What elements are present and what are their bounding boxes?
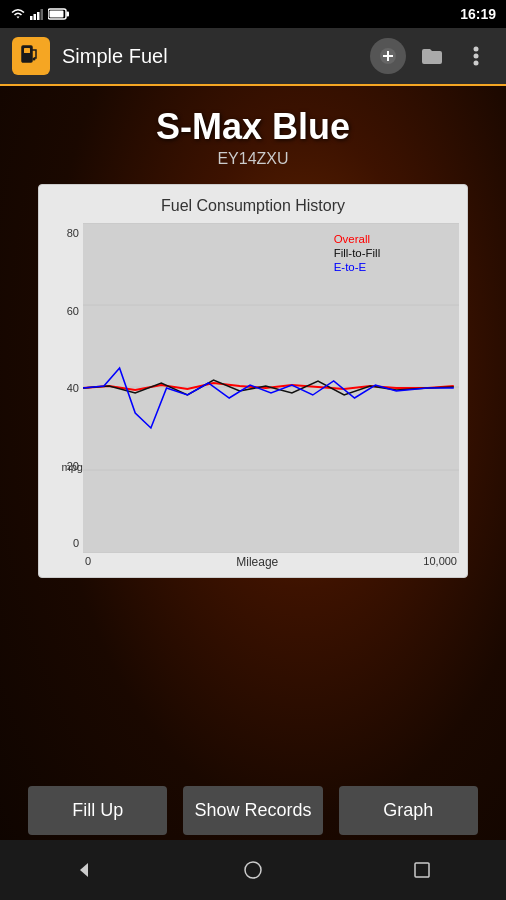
app-title: Simple Fuel xyxy=(62,45,370,68)
x-label-mileage: Mileage xyxy=(236,555,278,569)
y-label-40: 40 xyxy=(47,382,83,394)
menu-button[interactable] xyxy=(458,38,494,74)
svg-point-15 xyxy=(474,61,479,66)
svg-point-9 xyxy=(33,58,36,61)
svg-rect-5 xyxy=(67,12,70,17)
svg-rect-3 xyxy=(41,9,44,20)
more-vert-icon xyxy=(473,46,479,66)
main-content: S-Max Blue EY14ZXU Fuel Consumption Hist… xyxy=(0,86,506,578)
top-bar-actions xyxy=(370,38,494,74)
y-label-0: 0 xyxy=(47,537,83,549)
status-time: 16:19 xyxy=(460,6,496,22)
svg-rect-2 xyxy=(37,12,40,20)
app-icon xyxy=(12,37,50,75)
recent-button[interactable] xyxy=(402,850,442,890)
svg-point-13 xyxy=(474,47,479,52)
folder-icon xyxy=(421,47,443,65)
recent-icon xyxy=(413,861,431,879)
chart-title: Fuel Consumption History xyxy=(47,197,459,215)
svg-rect-23 xyxy=(415,863,429,877)
top-bar: Simple Fuel xyxy=(0,28,506,86)
e-to-e-line xyxy=(83,368,454,428)
y-unit: mpg xyxy=(47,461,83,473)
status-bar: 16:19 xyxy=(0,0,506,28)
chart-svg: Overall Fill-to-Fill E-to-E xyxy=(83,223,459,553)
chart-container: Fuel Consumption History 80 60 40 20 0 xyxy=(38,184,468,578)
home-icon xyxy=(243,860,263,880)
home-button[interactable] xyxy=(233,850,273,890)
status-icons xyxy=(10,8,70,20)
svg-point-22 xyxy=(245,862,261,878)
legend-ftf: Fill-to-Fill xyxy=(334,247,381,259)
legend-ete: E-to-E xyxy=(334,261,367,273)
battery-icon xyxy=(48,8,70,20)
legend-overall: Overall xyxy=(334,233,370,245)
back-button[interactable] xyxy=(64,850,104,890)
back-icon xyxy=(74,860,94,880)
svg-rect-8 xyxy=(24,48,30,53)
svg-point-14 xyxy=(474,54,479,59)
y-label-80: 80 xyxy=(47,227,83,239)
graph-button[interactable]: Graph xyxy=(339,786,478,835)
x-label-0: 0 xyxy=(85,555,91,569)
svg-rect-6 xyxy=(50,11,64,18)
vehicle-name: S-Max Blue xyxy=(156,106,350,148)
vehicle-id: EY14ZXU xyxy=(217,150,288,168)
fill-up-button[interactable]: Fill Up xyxy=(28,786,167,835)
add-button[interactable] xyxy=(370,38,406,74)
svg-marker-21 xyxy=(80,863,88,877)
bottom-buttons: Fill Up Show Records Graph xyxy=(0,786,506,835)
svg-rect-1 xyxy=(34,14,37,20)
y-label-60: 60 xyxy=(47,305,83,317)
nav-bar xyxy=(0,840,506,900)
svg-rect-0 xyxy=(30,16,33,20)
folder-button[interactable] xyxy=(414,38,450,74)
wifi-icon xyxy=(10,8,26,20)
plus-icon xyxy=(379,47,397,65)
fuel-pump-icon xyxy=(19,44,43,68)
x-label-10000: 10,000 xyxy=(423,555,457,569)
signal-icon xyxy=(30,8,44,20)
show-records-button[interactable]: Show Records xyxy=(183,786,322,835)
